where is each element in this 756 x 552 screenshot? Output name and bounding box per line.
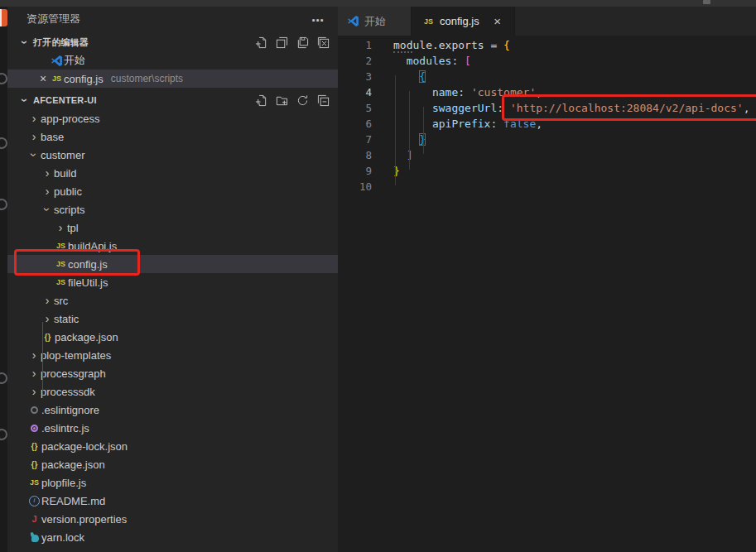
close-all-button[interactable] — [316, 36, 330, 49]
close-all-icon — [317, 36, 330, 49]
sidebar-title-label: 资源管理器 — [26, 12, 80, 25]
eslint-purple-file-icon — [27, 421, 41, 434]
eslint-icon — [31, 406, 38, 414]
yarn-file-icon — [27, 530, 41, 544]
tree-item-label: .eslintignore — [41, 404, 99, 416]
code-line-6: 6 apiPrefix: false, — [338, 116, 756, 132]
chevron-right-icon: › — [27, 367, 41, 379]
js-file-icon: JS — [54, 239, 68, 252]
tree-item-app-process[interactable]: ›app-process — [7, 109, 338, 127]
tree-item-package-lock-json[interactable]: {}package-lock.json — [7, 437, 338, 455]
split-editor-button[interactable] — [275, 36, 288, 49]
tree-item-label: base — [41, 131, 64, 143]
tree-item-eslintrc-js[interactable]: .eslintrc.js — [7, 419, 338, 437]
code-text: modules: [ — [393, 53, 471, 69]
tree-item-package-json[interactable]: {}package.json — [7, 328, 338, 346]
code-line-4: 4 name: 'customer', — [338, 84, 756, 100]
tree-item-public[interactable]: ›public — [7, 182, 338, 200]
tree-item-processgraph[interactable]: ›processgraph — [7, 364, 338, 382]
activity-icon-partial — [0, 73, 7, 84]
code-area[interactable]: 1module.exports = {2 modules: [3 {4 name… — [338, 36, 756, 194]
save-all-icon — [296, 36, 309, 49]
tree-item-build[interactable]: ›build — [7, 164, 338, 182]
tree-item-static[interactable]: ›static — [7, 310, 338, 328]
tree-item-scripts[interactable]: ›scripts — [7, 200, 338, 218]
open-editor-item-[interactable]: 开始 — [7, 51, 338, 70]
tree-item-eslintignore[interactable]: .eslintignore — [7, 401, 338, 419]
code-line-3: 3 { — [338, 69, 756, 84]
activity-icon-partial — [2, 9, 7, 26]
chevron-right-icon: › — [41, 295, 54, 306]
open-editor-label: config.js — [64, 73, 104, 85]
open-editors-actions — [254, 36, 330, 49]
line-number: 5 — [338, 100, 372, 116]
line-number: 7 — [338, 132, 372, 147]
vscode-logo-icon — [50, 54, 64, 67]
close-icon[interactable]: × — [491, 14, 504, 28]
chevron-right-icon: › — [54, 222, 67, 233]
tree-item-customer[interactable]: ›customer — [7, 146, 338, 164]
tree-root-header[interactable]: › AFCENTER-UI — [7, 91, 338, 109]
open-editor-item-config-js[interactable]: ×JSconfig.jscustomer\scripts — [7, 70, 338, 88]
tree-item-src[interactable]: ›src — [7, 291, 338, 310]
tree-item-fileutil-js[interactable]: JSfileUtil.js — [7, 273, 338, 291]
tab-config-js[interactable]: JSconfig.js× — [412, 7, 515, 36]
tree-item-label: README.md — [41, 495, 105, 507]
activity-icon-partial — [0, 137, 7, 149]
code-line-8: 8 ] — [338, 147, 756, 163]
collapse-all-button[interactable] — [316, 94, 330, 107]
tree-item-readme-md[interactable]: iREADME.md — [7, 492, 338, 510]
code-text: { — [393, 69, 426, 84]
more-actions-icon[interactable]: ⋯ — [311, 8, 325, 33]
activity-icon-partial — [0, 372, 7, 384]
code-line-5: 5 swaggerUrl: 'http://localhost:28084/v2… — [338, 100, 756, 116]
tab-[interactable]: 开始 — [338, 7, 412, 36]
tree-item-label: processsdk — [41, 386, 95, 398]
refresh-icon — [296, 94, 309, 107]
tree-item-label: version.properties — [41, 513, 127, 526]
tree-item-version-properties[interactable]: Jversion.properties — [7, 510, 338, 528]
open-editors-header[interactable]: › 打开的编辑器 — [7, 33, 338, 51]
tree-item-yarn-lock[interactable]: yarn.lock — [7, 528, 338, 546]
tree-item-label: plopfile.js — [41, 477, 86, 489]
line-number: 10 — [338, 179, 372, 194]
line-number: 6 — [338, 116, 372, 132]
tree-item-processsdk[interactable]: ›processsdk — [7, 382, 338, 401]
new-folder-icon — [276, 94, 288, 107]
tree-item-buildapi-js[interactable]: JSbuildApi.js — [7, 237, 338, 255]
tree-item-tpl[interactable]: ›tpl — [7, 218, 338, 237]
tree-item-base[interactable]: ›base — [7, 127, 338, 146]
tree-item-label: app-process — [41, 113, 100, 125]
tree-item-label: plop-templates — [41, 349, 111, 362]
tree-item-label: yarn.lock — [41, 531, 84, 544]
json-file-icon: {} — [27, 439, 41, 453]
open-editors-list: 开始×JSconfig.jscustomer\scripts — [7, 51, 338, 88]
code-line-2: 2 modules: [ — [338, 53, 756, 69]
editor-tab-bar: 开始JSconfig.js× — [338, 7, 756, 36]
chevron-right-icon: › — [41, 185, 54, 197]
tree-item-label: build — [54, 167, 76, 180]
tree-item-config-js[interactable]: JSconfig.js — [7, 255, 338, 273]
indent-guide — [42, 322, 43, 395]
tree-item-label: processgraph — [41, 367, 106, 380]
editor-pane: 开始JSconfig.js× 1module.exports = {2 modu… — [338, 7, 756, 552]
titlebar-partial-icon — [703, 0, 710, 4]
new-file-button[interactable] — [254, 94, 267, 107]
refresh-button[interactable] — [296, 94, 309, 107]
vscode-window: 资源管理器 ⋯ › 打开的编辑器 开始×JSconfig.jscustomer\… — [0, 0, 756, 552]
code-text: module.exports = { — [393, 37, 510, 53]
indent-guide — [409, 91, 410, 170]
new-folder-button[interactable] — [275, 94, 288, 107]
new-file-button[interactable] — [254, 36, 267, 49]
info-file-icon: i — [27, 494, 41, 507]
code-line-7: 7 } — [338, 132, 756, 147]
tree-item-package-json[interactable]: {}package.json — [7, 455, 338, 473]
close-icon[interactable]: × — [36, 72, 50, 85]
chevron-right-icon: › — [27, 386, 41, 397]
tree-item-plop-templates[interactable]: ›plop-templates — [7, 346, 338, 364]
code-text: apiPrefix: false, — [393, 116, 542, 132]
chevron-down-icon: › — [19, 36, 31, 49]
tree-item-plopfile-js[interactable]: JSplopfile.js — [7, 473, 338, 492]
save-all-button[interactable] — [296, 36, 309, 49]
tree-item-label: .eslintrc.js — [41, 422, 89, 434]
